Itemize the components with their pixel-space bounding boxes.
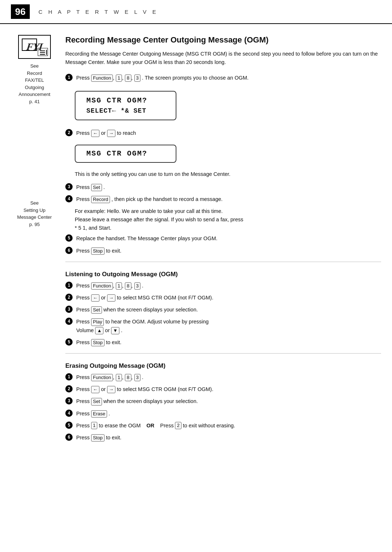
- key-function: Function: [91, 74, 113, 82]
- listening-step-1: 1 Press Function, 1, 8, 3 .: [65, 282, 381, 290]
- listening-step-4: 4 Press Play to hear the OGM. Adjust vol…: [65, 318, 381, 334]
- step-5: 5 Replace the handset. The Message Cente…: [65, 234, 381, 243]
- sidebar: FYI See Record FAX/TEL Outgoing Announce…: [11, 35, 58, 446]
- key-3-e1: 3: [134, 374, 140, 381]
- key-right-l2: →: [107, 294, 115, 302]
- key-set-l3: Set: [91, 306, 102, 314]
- key-1-e1: 1: [116, 374, 122, 381]
- sidebar-note1: See Record FAX/TEL Outgoing Announcement…: [11, 63, 58, 105]
- key-right-e2: →: [107, 386, 115, 393]
- subsection-erasing-title: Erasing Outgoing Message (OGM): [65, 362, 381, 370]
- page-number: 96: [11, 4, 30, 19]
- example-text: For example: Hello. We are unable to tak…: [65, 207, 381, 233]
- key-8-e1: 8: [125, 374, 131, 381]
- lcd-line2: SELECT← *& SET: [86, 106, 165, 116]
- key-1: 1: [116, 74, 122, 82]
- page-header: 96 C H A P T E R T W E L V E: [0, 0, 392, 24]
- key-erase-e4: Erase: [91, 410, 107, 418]
- divider-2: [65, 353, 381, 354]
- step-4: 4 Press Record , then pick up the handse…: [65, 195, 381, 204]
- section-title: Recording Message Center Outgoing Messag…: [65, 35, 381, 45]
- sidebar-note2: See Setting Up Message Center p. 95: [11, 200, 58, 228]
- step-3: 3 Press Set .: [65, 183, 381, 192]
- key-8: 8: [125, 74, 131, 82]
- key-play-l4: Play: [91, 318, 104, 326]
- erasing-step-6: 6 Press Stop to exit.: [65, 434, 381, 442]
- erasing-step-5: 5 Press 1 to erase the OGM OR Press 2 to…: [65, 422, 381, 430]
- subsection-listening-title: Listening to Outgoing Message (OGM): [65, 271, 381, 278]
- key-1-l1: 1: [116, 282, 122, 290]
- erasing-step-4: 4 Press Erase .: [65, 410, 381, 418]
- fyi-box: FYI: [18, 35, 51, 59]
- lcd-display-2: MSG CTR OGM?: [75, 141, 381, 166]
- key-vol-up-l4: ▲: [95, 327, 103, 334]
- step-6: 6 Press Stop to exit.: [65, 247, 381, 255]
- key-stop-e6: Stop: [91, 434, 105, 442]
- listening-step-2: 2 Press ← or → to select MSG CTR OGM (no…: [65, 294, 381, 302]
- key-function-e1: Function: [91, 374, 113, 381]
- listening-step-3: 3 Press Set when the screen displays you…: [65, 306, 381, 314]
- lcd-single-line: MSG CTR OGM?: [86, 148, 165, 159]
- lcd-line1: MSG CTR OGM?: [86, 95, 165, 106]
- erasing-step-3: 3 Press Set when the screen displays you…: [65, 397, 381, 406]
- content-area: FYI See Record FAX/TEL Outgoing Announce…: [0, 35, 392, 446]
- key-function-l1: Function: [91, 282, 113, 290]
- key-left-arrow: ←: [91, 130, 99, 137]
- key-left-l2: ←: [91, 294, 99, 302]
- key-3-l1: 3: [134, 282, 140, 290]
- key-left-e2: ←: [91, 386, 99, 393]
- erasing-step-2: 2 Press ← or → to select MSG CTR OGM (no…: [65, 385, 381, 394]
- key-3: 3: [134, 74, 140, 82]
- divider-1: [65, 262, 381, 262]
- key-8-l1: 8: [125, 282, 131, 290]
- key-stop-1: Stop: [91, 247, 105, 255]
- key-set-e3: Set: [91, 398, 102, 405]
- section-intro: Recording the Message Center Outgoing Me…: [65, 50, 381, 67]
- main-content: Recording Message Center Outgoing Messag…: [58, 35, 381, 446]
- key-right-arrow: →: [107, 130, 115, 137]
- only-setting-note: This is the only setting you can use to …: [75, 170, 381, 178]
- key-set: Set: [91, 184, 102, 191]
- step-1: 1 Press Function, 1, 8, 3 . The screen p…: [65, 74, 381, 82]
- chapter-title: C H A P T E R T W E L V E: [38, 9, 158, 15]
- key-2-e5: 2: [175, 422, 181, 429]
- key-1-e5: 1: [91, 422, 97, 429]
- key-vol-down-l4: ▼: [111, 327, 119, 334]
- page-container: 96 C H A P T E R T W E L V E FYI See Rec…: [0, 0, 392, 552]
- key-stop-l5: Stop: [91, 339, 105, 346]
- listening-step-5: 5 Press Stop to exit.: [65, 338, 381, 347]
- lcd-display-1: MSG CTR OGM? SELECT← *& SET: [75, 86, 381, 125]
- step-2: 2 Press ← or → to reach: [65, 129, 381, 137]
- key-record: Record: [91, 196, 110, 203]
- erasing-step-1: 1 Press Function, 1, 8, 3 .: [65, 373, 381, 382]
